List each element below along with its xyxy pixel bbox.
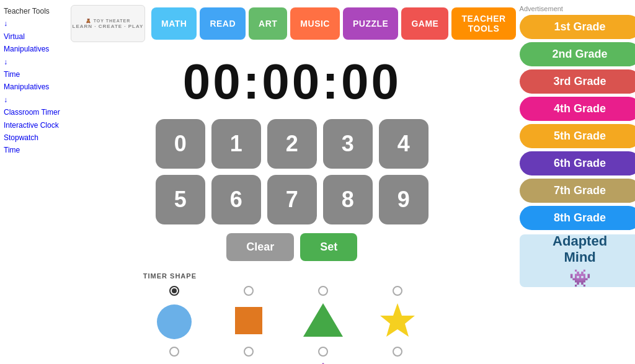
sidebar-link-time-manip[interactable]: Time Manipulatives — [4, 68, 64, 94]
logo-area: 🧸 TOY THEATER LEARN · CREATE · PLAY — [71, 5, 151, 42]
shape-radio-diamond[interactable] — [318, 347, 328, 357]
shape-item-triangle[interactable] — [286, 283, 360, 344]
nav-btn-read[interactable]: READ — [200, 7, 246, 40]
num-btn-4[interactable]: 4 — [379, 119, 429, 169]
shape-radio-hexagon[interactable] — [244, 347, 254, 357]
shape-item-square[interactable] — [211, 283, 286, 344]
shape-item-pentagon[interactable] — [137, 344, 211, 364]
svg-marker-2 — [303, 303, 343, 337]
sidebar-title: Teacher Tools — [4, 5, 64, 17]
num-btn-7[interactable]: 7 — [267, 175, 317, 224]
shape-item-diamond[interactable] — [286, 344, 360, 364]
action-buttons: Clear Set — [226, 233, 357, 261]
nav-btn-math[interactable]: MATH — [151, 7, 197, 40]
logo[interactable]: 🧸 TOY THEATER LEARN · CREATE · PLAY — [71, 5, 145, 42]
shape-radio-heart[interactable] — [393, 347, 402, 357]
num-btn-9[interactable]: 9 — [379, 175, 429, 224]
svg-marker-3 — [380, 303, 415, 337]
sidebar-link-virtual[interactable]: VirtualManipulatives — [4, 30, 64, 56]
grade-buttons: 1st Grade2nd Grade3rd Grade4th Grade5th … — [520, 15, 635, 233]
svg-rect-1 — [235, 307, 262, 334]
adapted-mind-text: Adapted Mind — [553, 233, 607, 266]
nav-btn-art[interactable]: ART — [249, 7, 287, 40]
num-btn-5[interactable]: 5 — [156, 175, 205, 224]
num-btn-2[interactable]: 2 — [267, 119, 317, 169]
shape-item-star[interactable] — [360, 283, 435, 344]
number-pad: 0123456789 — [156, 119, 429, 224]
shape-radio-star[interactable] — [393, 286, 402, 296]
nav-btn-puzzle[interactable]: PUZZLE — [343, 7, 398, 40]
main-content: 🧸 TOY THEATER LEARN · CREATE · PLAY MATH… — [68, 0, 516, 364]
num-btn-1[interactable]: 1 — [211, 119, 261, 169]
num-btn-8[interactable]: 8 — [323, 175, 373, 224]
shape-radio-pentagon[interactable] — [169, 347, 179, 357]
grade-btn-3[interactable]: 3rd Grade — [520, 69, 635, 94]
shape-grid — [137, 283, 435, 364]
grade-btn-6[interactable]: 6th Grade — [520, 151, 635, 175]
num-btn-3[interactable]: 3 — [323, 119, 373, 169]
sidebar-arrow-2[interactable]: ↓ — [4, 56, 64, 68]
set-button[interactable]: Set — [300, 233, 357, 261]
nav-btn-teacher-tools[interactable]: TEACHER TOOLS — [451, 7, 515, 40]
sidebar: Teacher Tools ↓ VirtualManipulatives ↓ T… — [0, 0, 68, 364]
shape-radio-triangle[interactable] — [318, 286, 328, 296]
shape-item-hexagon[interactable] — [211, 344, 286, 364]
sidebar-link-time[interactable]: Time — [4, 144, 64, 156]
ad-panel: Advertisement 1st Grade2nd Grade3rd Grad… — [516, 0, 635, 364]
sidebar-link-classroom-timer[interactable]: Classroom Timer — [4, 106, 64, 118]
num-btn-0[interactable]: 0 — [156, 119, 205, 169]
sidebar-arrow-3[interactable]: ↓ — [4, 94, 64, 106]
grade-btn-8[interactable]: 8th Grade — [520, 206, 635, 230]
nav-btn-game[interactable]: GAME — [401, 7, 448, 40]
shape-section: TIMER SHAPE — [137, 272, 447, 364]
sidebar-link-interactive-clock[interactable]: Interactive Clock — [4, 119, 64, 131]
shape-item-circle[interactable] — [137, 283, 211, 344]
grade-btn-7[interactable]: 7th Grade — [520, 179, 635, 203]
grade-btn-5[interactable]: 5th Grade — [520, 124, 635, 148]
ad-label: Advertisement — [520, 5, 635, 12]
grade-btn-2[interactable]: 2nd Grade — [520, 42, 635, 66]
grade-btn-1[interactable]: 1st Grade — [520, 15, 635, 39]
clear-button[interactable]: Clear — [226, 233, 294, 261]
shape-section-label: TIMER SHAPE — [143, 272, 197, 280]
shape-item-heart[interactable] — [360, 344, 435, 364]
shape-radio-square[interactable] — [244, 286, 254, 296]
grade-btn-4[interactable]: 4th Grade — [520, 97, 635, 121]
num-btn-6[interactable]: 6 — [211, 175, 261, 224]
timer-display: 00:00:00 — [183, 53, 401, 110]
nav-buttons: MATHREADARTMUSICPUZZLEGAMETEACHER TOOLS — [151, 7, 516, 40]
nav-btn-music[interactable]: MUSIC — [290, 7, 340, 40]
adapted-mind-banner[interactable]: Adapted Mind 👾 — [520, 234, 635, 287]
adapted-mind-monster-icon: 👾 — [569, 268, 591, 288]
sidebar-link-stopwatch[interactable]: Stopwatch — [4, 131, 64, 144]
shape-radio-circle[interactable] — [169, 286, 179, 296]
svg-point-0 — [157, 304, 192, 339]
sidebar-arrow-1[interactable]: ↓ — [4, 17, 64, 30]
top-navigation: 🧸 TOY THEATER LEARN · CREATE · PLAY MATH… — [68, 0, 516, 47]
